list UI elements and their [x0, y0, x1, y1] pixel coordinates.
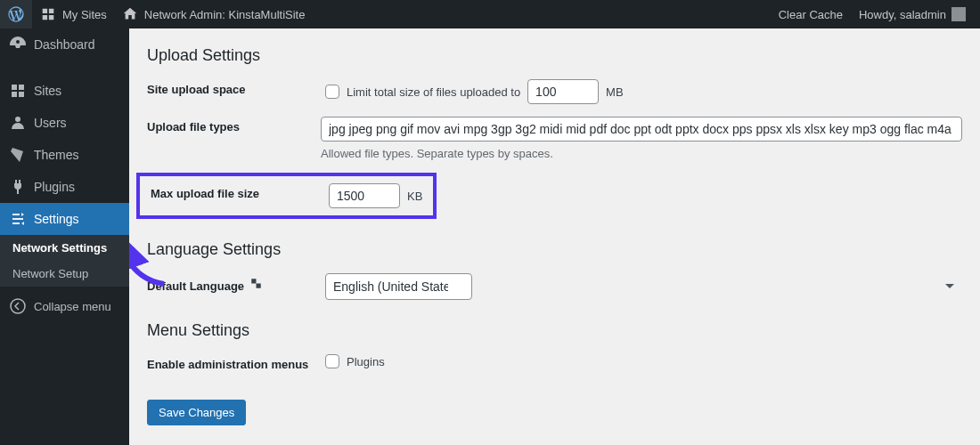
save-changes-button[interactable]: Save Changes [147, 400, 246, 425]
clear-cache-label: Clear Cache [779, 8, 843, 21]
main-wrapper: Dashboard Sites Users Themes Plugins Set… [0, 28, 980, 445]
clear-cache-item[interactable]: Clear Cache [772, 8, 850, 21]
limit-upload-checkbox[interactable] [325, 85, 339, 99]
site-upload-space-label: Site upload space [147, 79, 325, 96]
settings-submenu: Network Settings Network Setup [0, 235, 129, 287]
highlight-max-upload: Max upload file size KB [136, 173, 437, 219]
sidebar-item-settings[interactable]: Settings [0, 203, 129, 235]
sidebar-item-themes[interactable]: Themes [0, 139, 129, 171]
row-site-upload-space: Site upload space Limit total size of fi… [147, 79, 962, 104]
submenu-network-settings[interactable]: Network Settings [0, 235, 129, 261]
adminbar-right: Clear Cache Howdy, saladmin [772, 7, 973, 21]
row-upload-file-types: Upload file types Allowed file types. Se… [147, 117, 962, 160]
translation-icon [249, 277, 263, 290]
plugins-menu-checkbox-label: Plugins [347, 355, 385, 368]
admin-sidebar: Dashboard Sites Users Themes Plugins Set… [0, 28, 129, 445]
row-enable-admin-menus: Enable administration menus Plugins [147, 354, 962, 371]
menu-settings-heading: Menu Settings [147, 321, 962, 340]
users-icon [9, 114, 27, 132]
sites-icon [39, 5, 57, 23]
sidebar-item-sites[interactable]: Sites [0, 75, 129, 107]
dashboard-icon [9, 36, 27, 53]
collapse-icon [9, 297, 27, 315]
adminbar-left: My Sites Network Admin: KinstaMultiSite [0, 0, 312, 28]
sidebar-item-label: Settings [34, 212, 79, 226]
sidebar-item-dashboard[interactable]: Dashboard [0, 28, 129, 61]
howdy-item[interactable]: Howdy, saladmin [852, 7, 973, 21]
home-icon [121, 5, 139, 23]
content-area: Upload Settings Site upload space Limit … [129, 28, 980, 445]
sidebar-item-label: Plugins [34, 180, 75, 194]
sidebar-item-label: Themes [34, 148, 79, 162]
svg-point-0 [11, 299, 25, 313]
max-upload-unit: KB [407, 190, 422, 203]
limit-upload-checkbox-label: Limit total size of files uploaded to [347, 85, 520, 99]
plugins-icon [9, 178, 27, 196]
network-admin-label: Network Admin: KinstaMultiSite [144, 8, 306, 21]
upload-file-types-input[interactable] [321, 117, 962, 142]
default-language-select[interactable]: English (United States) [325, 273, 472, 300]
enable-admin-menus-label: Enable administration menus [147, 354, 325, 371]
plugins-menu-checkbox[interactable] [325, 354, 339, 368]
upload-settings-heading: Upload Settings [147, 46, 962, 65]
wordpress-logo-item[interactable] [0, 0, 32, 28]
language-settings-heading: Language Settings [147, 240, 962, 259]
network-admin-item[interactable]: Network Admin: KinstaMultiSite [114, 0, 313, 28]
sites-icon [9, 82, 27, 100]
howdy-label: Howdy, saladmin [859, 8, 946, 21]
max-upload-input[interactable] [329, 183, 400, 208]
site-upload-space-input[interactable] [527, 79, 599, 104]
themes-icon [9, 146, 27, 164]
upload-file-types-desc: Allowed file types. Separate types by sp… [321, 147, 962, 160]
wordpress-icon [7, 5, 25, 23]
site-upload-space-unit: MB [606, 85, 624, 99]
sidebar-item-label: Users [34, 116, 67, 130]
collapse-menu[interactable]: Collapse menu [0, 290, 129, 322]
upload-file-types-label: Upload file types [147, 117, 321, 134]
my-sites-label: My Sites [62, 8, 107, 21]
max-upload-label: Max upload file size [151, 183, 329, 200]
sidebar-item-label: Dashboard [34, 37, 95, 52]
default-language-label: Default Language [147, 273, 325, 293]
collapse-label: Collapse menu [34, 300, 111, 313]
sidebar-item-plugins[interactable]: Plugins [0, 171, 129, 203]
row-default-language: Default Language English (United States) [147, 273, 962, 300]
avatar [951, 7, 966, 21]
my-sites-item[interactable]: My Sites [32, 0, 114, 28]
sidebar-item-label: Sites [34, 84, 61, 98]
admin-toolbar: My Sites Network Admin: KinstaMultiSite … [0, 0, 980, 28]
settings-icon [9, 210, 27, 228]
sidebar-item-users[interactable]: Users [0, 107, 129, 139]
submenu-network-setup[interactable]: Network Setup [0, 261, 129, 287]
